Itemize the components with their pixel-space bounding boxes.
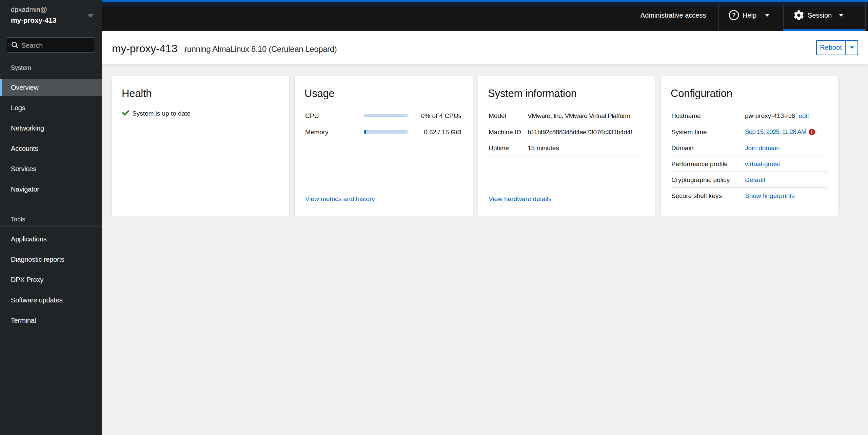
svg-text:?: ?: [732, 12, 736, 19]
